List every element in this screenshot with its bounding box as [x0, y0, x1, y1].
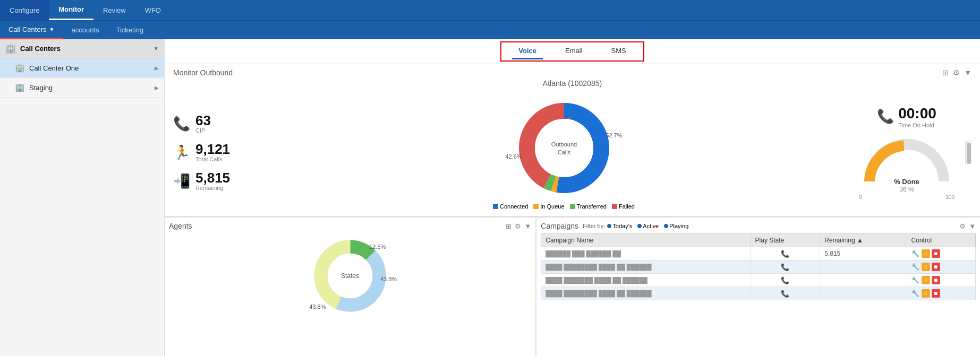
pause-button[interactable]: ⏸	[922, 249, 930, 258]
filter-playing[interactable]: Playing	[664, 223, 688, 229]
chevron-down-icon[interactable]: ▼	[969, 222, 976, 230]
nav-wfo[interactable]: WFO	[135, 0, 171, 20]
col-remaining[interactable]: Remaining ▲	[820, 234, 907, 247]
top-navigation: Configure Monitor Review WFO	[0, 0, 980, 20]
sidebar-header-call-centers[interactable]: 🏢 Call Centers ▼	[0, 39, 164, 58]
play-state-cell: 📞	[751, 287, 820, 300]
filter-active[interactable]: Active	[637, 223, 659, 229]
vertical-scrollbar[interactable]	[965, 141, 972, 164]
col-control: Control	[907, 234, 975, 247]
grid-icon[interactable]: ⊞	[506, 222, 512, 230]
table-row: ██████ ███ ██████ ██📞5,815🔧⏸⏹	[541, 247, 976, 261]
svg-text:States: States	[341, 272, 359, 280]
stop-button[interactable]: ⏹	[932, 263, 940, 271]
main-layout: 🏢 Call Centers ▼ 🏢 Call Center One ▶ 🏢 S…	[0, 39, 980, 356]
table-row: ████ ████████ ████ ██ ██████📞🔧⏸⏹	[541, 287, 976, 300]
stop-button[interactable]: ⏹	[932, 289, 940, 298]
nav-review[interactable]: Review	[93, 0, 135, 20]
time-label: Time On Hold	[898, 122, 936, 128]
monitor-outbound-section: Monitor Outbound ⊞ ⚙ ▼ Atlanta (1002085)…	[165, 64, 980, 216]
subnav-call-centers[interactable]: Call Centers ▼	[0, 21, 63, 39]
table-row: ████ ███████ ████ ██ ██████📞🔧⏸⏹	[541, 274, 976, 287]
control-cell: 🔧⏸⏹	[907, 287, 975, 300]
campaign-name-cell: ████ ███████ ████ ██ ██████	[541, 274, 751, 287]
agents-title: Agents	[169, 222, 192, 230]
stop-button[interactable]: ⏹	[932, 249, 940, 258]
channel-tabs-wrapper: Voice Email SMS	[165, 39, 980, 64]
chevron-down-icon[interactable]: ▼	[964, 68, 972, 77]
phone-wave-icon: 📞	[173, 116, 190, 132]
svg-point-5	[535, 119, 593, 177]
monitor-stats: 📞 63 CIP 🏃 9,121 Total Calls	[173, 114, 279, 191]
tab-voice[interactable]: Voice	[512, 44, 543, 59]
control-cell: 🔧⏸⏹	[907, 247, 975, 261]
radio-icon	[664, 224, 668, 228]
control-cell: 🔧⏸⏹	[907, 274, 975, 287]
time-on-hold: 📞 00:00 Time On Hold	[877, 105, 936, 128]
subnav-accounts[interactable]: accounts	[63, 21, 107, 39]
section-controls: ⊞ ⚙ ▼	[942, 68, 972, 77]
svg-text:Outbound: Outbound	[551, 141, 576, 147]
phone-icon: 📞	[781, 250, 789, 258]
agents-donut-wrapper: States 12.5% 43.8% 43.8%	[169, 233, 531, 318]
filter-todays[interactable]: Today's	[607, 223, 632, 229]
building-icon: 🏢	[15, 83, 25, 92]
wrench-icon[interactable]: 🔧	[911, 289, 920, 298]
campaigns-filter-area: Filter by: Today's Active Playing	[583, 223, 692, 229]
pct-42-label: 42.6%	[506, 153, 522, 160]
scroll-thumb[interactable]	[967, 143, 971, 164]
play-state-cell: 📞	[751, 247, 820, 261]
remaining-value: 5,815	[195, 171, 230, 185]
gear-icon[interactable]: ⚙	[515, 222, 521, 230]
campaigns-controls: ⚙ ▼	[959, 222, 976, 230]
grid-icon[interactable]: ⊞	[942, 68, 949, 77]
control-icons: 🔧⏸⏹	[911, 263, 971, 271]
sidebar-item-call-center-one[interactable]: 🏢 Call Center One ▶	[0, 58, 164, 78]
sub-navigation: Call Centers ▼ accounts Ticketing	[0, 20, 980, 39]
wrench-icon[interactable]: 🔧	[911, 263, 920, 271]
sidebar: 🏢 Call Centers ▼ 🏢 Call Center One ▶ 🏢 S…	[0, 39, 165, 356]
wrench-icon[interactable]: 🔧	[911, 249, 920, 258]
remaining-cell	[820, 261, 907, 274]
table-row: ████ ████████ ████ ██ ██████📞🔧⏸⏹	[541, 261, 976, 274]
donut-svg: Outbound Calls	[511, 95, 617, 201]
campaign-name-cell: ████ ████████ ████ ██ ██████	[541, 261, 751, 274]
wrench-icon[interactable]: 🔧	[911, 276, 920, 284]
chevron-down-icon[interactable]: ▼	[524, 222, 531, 230]
pct-12-label: 12.5%	[369, 244, 386, 250]
control-icons: 🔧⏸⏹	[911, 289, 971, 298]
tab-email[interactable]: Email	[559, 44, 589, 59]
pause-button[interactable]: ⏸	[922, 289, 930, 298]
pause-button[interactable]: ⏸	[922, 263, 930, 271]
control-icons: 🔧⏸⏹	[911, 276, 971, 284]
right-metrics: 📞 00:00 Time On Hold	[848, 105, 965, 200]
remaining-cell	[820, 287, 907, 300]
gear-icon[interactable]: ⚙	[959, 222, 966, 230]
play-state-cell: 📞	[751, 261, 820, 274]
percent-done-widget: % Done 36 % 0 100	[859, 134, 955, 200]
col-campaign-name[interactable]: Campaign Name	[541, 234, 751, 247]
legend-dot-transferred	[570, 204, 575, 209]
remaining-cell: 5,815	[820, 247, 907, 261]
gear-icon[interactable]: ⚙	[953, 68, 960, 77]
arrow-right-icon: ▶	[155, 65, 159, 71]
sidebar-item-staging[interactable]: 🏢 Staging ▶	[0, 78, 164, 98]
legend-failed: Failed	[612, 203, 635, 210]
sidebar-child-label: Call Center One	[29, 64, 155, 72]
pause-button[interactable]: ⏸	[922, 276, 930, 284]
agents-controls: ⊞ ⚙ ▼	[506, 222, 531, 230]
phone-icon: 📞	[781, 276, 789, 284]
col-play-state[interactable]: Play State	[751, 234, 820, 247]
arrow-right-icon: ▶	[155, 85, 159, 91]
outbound-donut: Outbound Calls 42.6% 52.7%	[511, 95, 617, 201]
stat-total-calls: 🏃 9,121 Total Calls	[173, 142, 279, 162]
pct-52-label: 52.7%	[606, 132, 622, 138]
sidebar-child-label: Staging	[29, 84, 155, 92]
subnav-ticketing[interactable]: Ticketing	[107, 21, 152, 39]
nav-monitor[interactable]: Monitor	[49, 0, 93, 20]
nav-configure[interactable]: Configure	[0, 0, 49, 20]
stop-button[interactable]: ⏹	[932, 276, 940, 284]
legend-dot-in-queue	[533, 204, 539, 209]
total-calls-value: 9,121	[195, 142, 230, 156]
tab-sms[interactable]: SMS	[605, 44, 633, 59]
